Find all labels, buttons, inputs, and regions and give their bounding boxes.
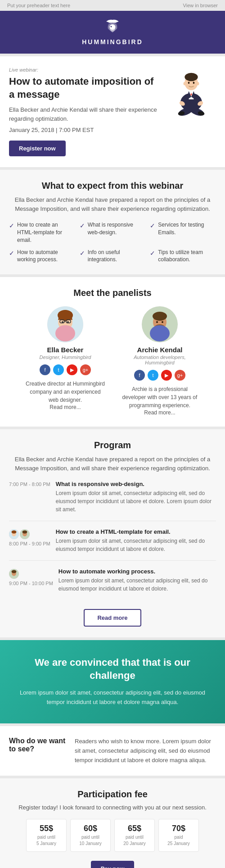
svg-point-7 <box>184 82 186 85</box>
svg-point-8 <box>197 82 199 85</box>
archie-avatar <box>142 306 178 342</box>
archie-facebook-icon[interactable]: f <box>134 370 145 381</box>
svg-point-40 <box>22 531 27 534</box>
price-amount-1: 55$ <box>32 824 61 833</box>
hero-desc: Ella Becker and Archie Kendal will share… <box>9 105 161 123</box>
ella-read-more[interactable]: Read more... <box>25 404 106 410</box>
svg-point-6 <box>193 82 195 84</box>
svg-point-37 <box>12 531 17 534</box>
check-icon-1: ✓ <box>9 222 14 231</box>
archie-youtube-icon[interactable]: ▶ <box>161 370 172 381</box>
program-desc: Ella Becker and Archie Kendal have prepa… <box>9 455 216 473</box>
archie-name: Archie Kendal <box>119 346 200 354</box>
ella-youtube-icon[interactable]: ▶ <box>67 364 77 375</box>
archie-twitter-icon[interactable]: t <box>148 370 158 381</box>
svg-point-34 <box>150 325 170 341</box>
price-label-4: paid25 January <box>164 834 193 847</box>
price-card-1: 55$ paid until5 January <box>26 819 67 852</box>
price-label-3: paid until20 January <box>120 834 149 847</box>
svg-point-43 <box>12 570 17 573</box>
program-topic-2: How to create a HTML-template for email. <box>56 528 216 535</box>
svg-point-1 <box>111 26 112 27</box>
view-in-browser[interactable]: View in browser <box>183 3 218 8</box>
challenge-desc: Lorem ipsum dolor sit amet, consectetur … <box>14 688 212 707</box>
ella-twitter-icon[interactable]: t <box>53 364 64 375</box>
participation-tagline: Register today! I look forward to connec… <box>9 804 216 811</box>
program-content-1: What is responsive web-design. Lorem ips… <box>56 481 216 514</box>
prog-avatar-ella <box>9 529 19 539</box>
panelist-archie: Archie Kendal Automation developers, Hum… <box>119 306 200 416</box>
archie-role: Automation developers, Hummingbird <box>119 354 200 365</box>
svg-point-30 <box>153 312 167 321</box>
who-label: Who do we want to see? <box>9 737 68 753</box>
checklist-item-3: ✓ Services for testing Emails. <box>150 221 216 244</box>
checklist-item-1: ✓ How to create an HTML-template for ema… <box>9 221 75 244</box>
check-icon-6: ✓ <box>150 249 155 258</box>
check-icon-4: ✓ <box>9 249 14 258</box>
challenge-title: We are convinced that that is our challe… <box>14 656 212 682</box>
webinar-desc: Ella Becker and Archie Kendal have prepa… <box>9 195 216 213</box>
ella-avatar <box>47 306 83 342</box>
program-section: Program Ella Becker and Archie Kendal ha… <box>0 429 225 637</box>
price-card-2: 60$ paid until10 January <box>70 819 111 852</box>
hero-date: January 25, 2018 | 7:00 PM EST <box>9 127 161 133</box>
hero-image <box>166 67 216 118</box>
program-items: 7:00 PM - 8:00 PM What is responsive web… <box>9 481 216 600</box>
price-label-1: paid until5 January <box>32 834 61 847</box>
ella-gplus-icon[interactable]: g+ <box>80 364 91 375</box>
archie-read-more[interactable]: Read more... <box>119 409 200 416</box>
price-card-4: 70$ paid25 January <box>158 819 199 852</box>
program-item-3: 9:00 PM - 10:00 PM How to automate worki… <box>9 568 216 600</box>
challenge-section: We are convinced that that is our challe… <box>0 640 225 723</box>
program-time-1: 7:00 PM - 8:00 PM <box>9 481 50 487</box>
price-card-3: 65$ paid until20 January <box>114 819 155 852</box>
ella-role: Designer, Hummingbird <box>25 354 106 360</box>
program-title: Program <box>9 440 216 450</box>
hero-section: Live webinar: How to automate imposition… <box>0 56 225 167</box>
check-icon-2: ✓ <box>80 222 85 231</box>
program-text-2: Lorem ipsum dolor sit amet, consectetur … <box>56 537 216 553</box>
check-icon-3: ✓ <box>150 222 155 231</box>
ella-facebook-icon[interactable]: f <box>40 364 50 375</box>
pay-now-button[interactable]: Pay now <box>91 861 135 868</box>
program-content-2: How to create a HTML-template for email.… <box>56 528 216 553</box>
price-amount-2: 60$ <box>76 824 105 833</box>
hero-tag: Live webinar: <box>9 67 161 73</box>
participation-title: Participation fee <box>9 789 216 800</box>
program-topic-3: How to automate working process. <box>58 568 216 575</box>
program-text-1: Lorem ipsum dolor sit amet, consectetur … <box>56 489 216 514</box>
hero-title: How to automate imposition of a message <box>9 75 161 101</box>
program-time-2: 8:00 PM - 9:00 PM <box>9 528 50 546</box>
program-item-1: 7:00 PM - 8:00 PM What is responsive web… <box>9 481 216 521</box>
checklist-item-6: ✓ Tips to utilize team collaboration. <box>150 249 216 264</box>
who-desc: Readers who wish to know more. Lorem ips… <box>75 737 216 765</box>
prog-avatar-archie <box>20 529 30 539</box>
webinar-title: What to expect from this webinar <box>9 181 216 191</box>
price-label-2: paid until10 January <box>76 834 105 847</box>
archie-social: f t ▶ g+ <box>119 370 200 381</box>
price-amount-3: 65$ <box>120 824 149 833</box>
register-button[interactable]: Register now <box>9 141 66 156</box>
svg-point-4 <box>184 73 198 81</box>
archie-gplus-icon[interactable]: g+ <box>175 370 185 381</box>
preheader-left: Put your preheader text here <box>7 3 70 8</box>
checklist-grid: ✓ How to create an HTML-template for ema… <box>9 221 216 264</box>
prog-avatar-archie2 <box>9 569 19 579</box>
check-icon-5: ✓ <box>80 249 85 258</box>
program-content-3: How to automate working process. Lorem i… <box>58 568 216 593</box>
logo-icon <box>104 19 122 35</box>
checklist-item-4: ✓ How to automate working process. <box>9 249 75 264</box>
svg-point-31 <box>156 321 158 323</box>
ella-desc: Creative director at Hummingbird company… <box>25 380 106 404</box>
price-amount-4: 70$ <box>164 824 193 833</box>
hero-content: Live webinar: How to automate imposition… <box>9 67 161 156</box>
read-more-button[interactable]: Read more <box>84 609 141 627</box>
program-text-3: Lorem ipsum dolor sit amet, consectetur … <box>58 577 216 593</box>
panelist-ella: Ella Becker Designer, Hummingbird f t ▶ … <box>25 306 106 416</box>
who-section: Who do we want to see? Readers who wish … <box>0 726 225 776</box>
header-brand: HUMMINGBIRD <box>8 38 217 45</box>
archie-desc: Archie is a professional developer with … <box>119 385 200 409</box>
ella-name: Ella Becker <box>25 346 106 354</box>
svg-point-5 <box>188 82 190 84</box>
ella-social: f t ▶ g+ <box>25 364 106 375</box>
